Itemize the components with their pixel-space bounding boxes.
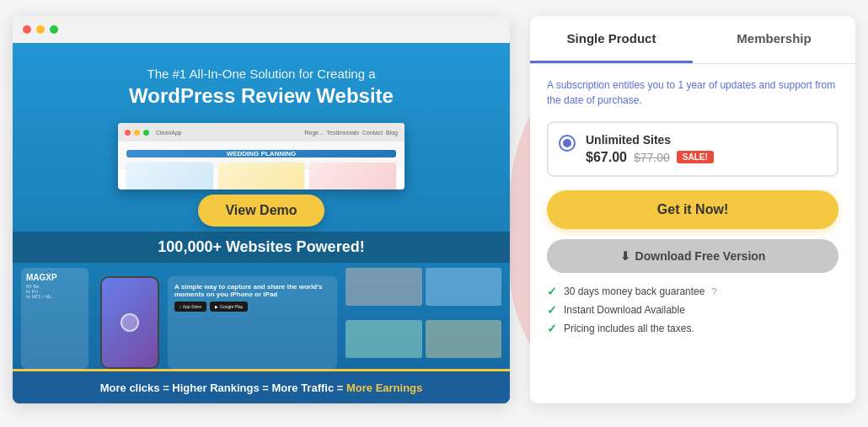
question-icon[interactable]: ?: [711, 286, 716, 296]
collage-item-3: [346, 320, 422, 358]
price-old: $77.00: [634, 151, 670, 164]
right-collage: [346, 268, 501, 369]
app-store-buttons:  App Store ▶ Google Play: [174, 302, 330, 312]
guarantee-list: ✓ 30 days money back guarantee ? ✓ Insta…: [547, 285, 839, 335]
phone-screen: [102, 278, 158, 367]
inner-nav-links: Rege... Testimonials Contact Blog: [304, 130, 398, 136]
inner-address-bar: CleanApp: [156, 130, 182, 136]
tab-single-product[interactable]: Single Product: [530, 16, 693, 63]
app-store-label: App Store: [183, 304, 201, 309]
guarantee-text-3: Pricing includes all the taxes.: [564, 323, 694, 334]
get-it-now-button[interactable]: Get it Now!: [547, 190, 839, 229]
browser-mockup: The #1 All-In-One Solution for Creating …: [13, 16, 510, 403]
inner-close-dot: [125, 130, 131, 136]
inner-minimize-dot: [134, 130, 140, 136]
option-details: Unlimited Sites $67.00 $77.00 SALE!: [586, 133, 827, 165]
play-icon: ▶: [215, 304, 218, 309]
download-icon: ⬇: [620, 249, 630, 263]
radio-inner: [563, 139, 571, 147]
phone-mockup: [100, 276, 159, 369]
guarantee-item-1: ✓ 30 days money back guarantee ?: [547, 285, 839, 298]
check-icon-3: ✓: [547, 322, 557, 335]
inner-browser-bar: CleanApp Rege... Testimonials Contact Bl…: [118, 123, 405, 141]
magxp-block: MAGXP 65 Beto Knby MZS > My...: [21, 268, 88, 369]
inner-cards: [126, 163, 396, 189]
check-icon-2: ✓: [547, 303, 557, 317]
app-promo: A simple way to capture and share the wo…: [168, 276, 337, 369]
google-play-btn[interactable]: ▶ Google Play: [210, 302, 248, 312]
download-label: Download Free Version: [635, 249, 766, 263]
inner-hero-bg: WEDDING PLANNING: [126, 150, 396, 157]
google-play-label: Google Play: [220, 304, 243, 309]
close-dot: [23, 25, 31, 34]
sale-badge: SALE!: [677, 151, 714, 163]
panel-body: A subscription entitles you to 1 year of…: [530, 64, 855, 349]
inner-card-3: [309, 163, 396, 189]
guarantee-item-2: ✓ Instant Download Available: [547, 303, 839, 317]
subscription-note: A subscription entitles you to 1 year of…: [547, 77, 839, 108]
inner-maximize-dot: [143, 130, 149, 136]
browser-content: The #1 All-In-One Solution for Creating …: [13, 43, 510, 403]
tab-membership[interactable]: Membership: [693, 16, 855, 63]
collage-item-4: [426, 320, 502, 358]
hero-subtitle: The #1 All-In-One Solution for Creating …: [129, 67, 394, 81]
maximize-dot: [50, 25, 58, 34]
phone-circle: [121, 313, 139, 332]
price-current: $67.00: [586, 150, 627, 165]
powered-text: 100,000+ Websites Powered!: [158, 238, 364, 255]
hero-section: The #1 All-In-One Solution for Creating …: [95, 43, 427, 117]
bottom-banner: More clicks = Higher Rankings = More Tra…: [13, 369, 510, 403]
guarantee-item-3: ✓ Pricing includes all the taxes.: [547, 322, 839, 335]
minimize-dot: [36, 25, 45, 34]
guarantee-text-2: Instant Download Available: [564, 304, 685, 316]
product-option[interactable]: Unlimited Sites $67.00 $77.00 SALE!: [547, 121, 839, 177]
collage-item-1: [346, 268, 422, 306]
check-icon-1: ✓: [547, 285, 557, 298]
option-pricing: $67.00 $77.00 SALE!: [586, 150, 827, 165]
hero-title: WordPress Review Website: [129, 84, 394, 109]
bottom-text: More clicks = Higher Rankings = More Tra…: [100, 382, 423, 394]
pricing-panel: Single Product Membership A subscription…: [530, 16, 855, 403]
browser-bar: [13, 16, 510, 43]
inner-hero-text: WEDDING PLANNING: [227, 150, 297, 157]
radio-button[interactable]: [559, 135, 576, 152]
download-free-button[interactable]: ⬇ Download Free Version: [547, 239, 839, 273]
inner-card-2: [218, 163, 305, 189]
collage-item-2: [426, 268, 502, 306]
inner-browser-screenshot: CleanApp Rege... Testimonials Contact Bl…: [118, 123, 405, 189]
apple-icon: : [179, 304, 181, 309]
pricing-tabs: Single Product Membership: [530, 16, 855, 64]
app-promo-section: MAGXP 65 Beto Knby MZS > My... A simple …: [13, 268, 510, 369]
bottom-highlight: More Earnings: [346, 382, 422, 394]
inner-content: WEDDING PLANNING: [118, 141, 405, 168]
guarantee-text-1: 30 days money back guarantee: [564, 286, 705, 297]
app-promo-title: A simple way to capture and share the wo…: [174, 283, 330, 298]
view-demo-button[interactable]: View Demo: [198, 195, 324, 227]
app-store-btn[interactable]:  App Store: [174, 302, 206, 312]
magxp-sub: 65 Beto Knby MZS > My...: [26, 284, 83, 299]
magxp-label: MAGXP: [26, 273, 83, 282]
powered-banner: 100,000+ Websites Powered!: [13, 232, 510, 263]
option-name: Unlimited Sites: [586, 133, 827, 147]
inner-card-1: [126, 163, 213, 189]
